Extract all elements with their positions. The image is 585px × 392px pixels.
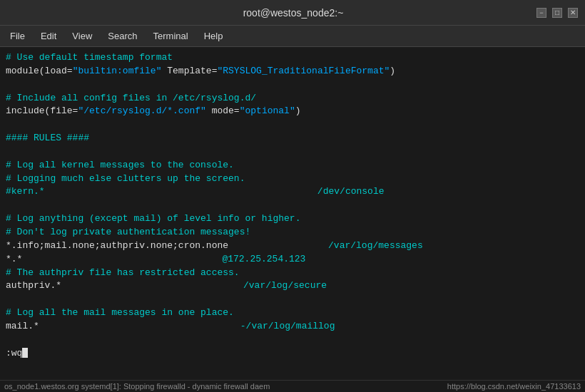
line-blank-4 bbox=[6, 199, 579, 212]
line-21: mail.*-/var/log/maillog bbox=[6, 320, 579, 334]
window-title: root@westos_node2:~ bbox=[50, 7, 536, 19]
line-blank-5 bbox=[6, 293, 579, 306]
line-blank-6 bbox=[6, 334, 579, 347]
status-right: https://blog.csdn.net/weixin_47133613 bbox=[447, 382, 581, 391]
maximize-button[interactable]: □ bbox=[552, 8, 562, 18]
line-11: #kern.* /dev/console bbox=[6, 185, 579, 199]
line-7: #### RULES #### bbox=[6, 132, 579, 145]
terminal-content[interactable]: # Use default timestamp format module(lo… bbox=[0, 47, 585, 392]
line-17: # The authpriv file has restricted acces… bbox=[6, 267, 579, 280]
status-left: os_node1.westos.org systemd[1]: Stopping… bbox=[4, 382, 270, 391]
minimize-button[interactable]: － bbox=[536, 8, 546, 18]
line-20: # Log all the mail messages in one place… bbox=[6, 306, 579, 320]
line-9: # Log all kernel messages to the console… bbox=[6, 159, 579, 172]
window-controls: － □ ✕ bbox=[536, 8, 578, 18]
line-15: *.info;mail.none;authpriv.none;cron.none… bbox=[6, 239, 579, 253]
menu-view[interactable]: View bbox=[65, 28, 99, 44]
line-16: *.*@172.25.254.123 bbox=[6, 253, 579, 267]
menu-help[interactable]: Help bbox=[197, 28, 230, 44]
line-5: include(file="/etc/rsyslog.d/*.conf" mod… bbox=[6, 105, 579, 118]
status-bar: os_node1.westos.org systemd[1]: Stopping… bbox=[0, 380, 585, 392]
close-button[interactable]: ✕ bbox=[568, 8, 578, 18]
line-18: authpriv.*/var/log/secure bbox=[6, 279, 579, 293]
menu-terminal[interactable]: Terminal bbox=[146, 28, 195, 44]
line-1: # Use default timestamp format bbox=[6, 51, 579, 65]
line-13: # Log anything (except mail) of level in… bbox=[6, 212, 579, 226]
line-4: # Include all config files in /etc/rsysl… bbox=[6, 92, 579, 105]
line-blank-3 bbox=[6, 145, 579, 159]
line-cmd: :wq bbox=[6, 347, 579, 361]
line-blank-1 bbox=[6, 78, 579, 92]
menu-file[interactable]: File bbox=[3, 28, 32, 44]
line-10: # Logging much else clutters up the scre… bbox=[6, 172, 579, 186]
line-14: # Don't log private authentication messa… bbox=[6, 226, 579, 239]
menu-search[interactable]: Search bbox=[101, 28, 144, 44]
menu-bar: File Edit View Search Terminal Help bbox=[0, 26, 585, 47]
line-2: module(load="builtin:omfile" Template="R… bbox=[6, 65, 579, 78]
line-blank-2 bbox=[6, 118, 579, 132]
title-bar: root@westos_node2:~ － □ ✕ bbox=[0, 0, 585, 26]
menu-edit[interactable]: Edit bbox=[34, 28, 63, 44]
